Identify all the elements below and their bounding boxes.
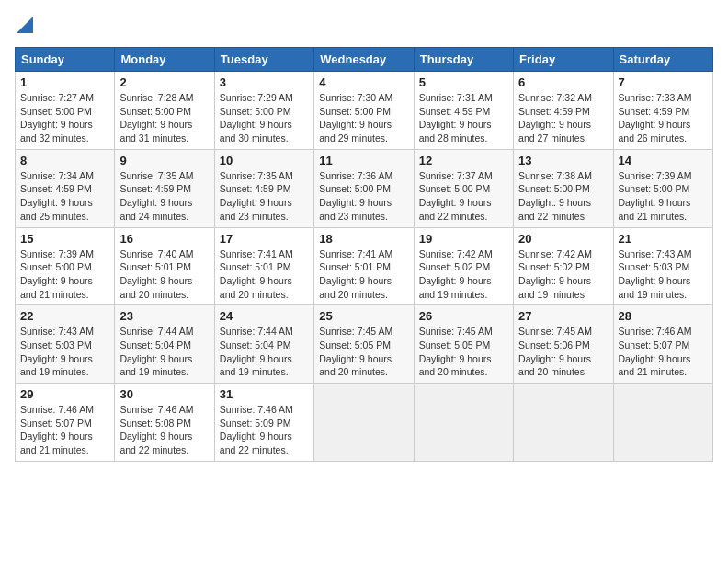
day-info: Sunrise: 7:44 AM Sunset: 5:04 PM Dayligh… — [220, 325, 309, 379]
day-number: 15 — [20, 232, 109, 246]
calendar-cell: 19 Sunrise: 7:42 AM Sunset: 5:02 PM Dayl… — [414, 227, 513, 305]
calendar-cell: 8 Sunrise: 7:34 AM Sunset: 4:59 PM Dayli… — [16, 149, 115, 227]
day-number: 19 — [419, 232, 508, 246]
day-info: Sunrise: 7:31 AM Sunset: 4:59 PM Dayligh… — [419, 91, 508, 145]
day-info: Sunrise: 7:44 AM Sunset: 5:04 PM Dayligh… — [119, 325, 209, 379]
day-number: 28 — [619, 309, 708, 323]
day-info: Sunrise: 7:34 AM Sunset: 4:59 PM Dayligh… — [20, 169, 109, 224]
day-number: 6 — [518, 75, 608, 89]
calendar-cell: 14 Sunrise: 7:39 AM Sunset: 5:00 PM Dayl… — [613, 149, 712, 227]
logo — [15, 15, 33, 36]
day-info: Sunrise: 7:32 AM Sunset: 4:59 PM Dayligh… — [518, 91, 608, 145]
day-number: 17 — [220, 232, 309, 246]
day-number: 11 — [319, 154, 408, 167]
day-info: Sunrise: 7:39 AM Sunset: 5:00 PM Dayligh… — [20, 247, 109, 302]
day-info: Sunrise: 7:30 AM Sunset: 5:00 PM Dayligh… — [319, 91, 408, 145]
calendar-cell: 17 Sunrise: 7:41 AM Sunset: 5:01 PM Dayl… — [214, 227, 313, 305]
calendar-header-thursday: Thursday — [414, 48, 513, 72]
calendar-cell: 4 Sunrise: 7:30 AM Sunset: 5:00 PM Dayli… — [314, 72, 414, 150]
calendar-header-sunday: Sunday — [16, 48, 115, 72]
day-number: 16 — [119, 232, 209, 246]
calendar-header-wednesday: Wednesday — [314, 48, 414, 72]
calendar-table: SundayMondayTuesdayWednesdayThursdayFrid… — [15, 47, 713, 462]
day-info: Sunrise: 7:27 AM Sunset: 5:00 PM Dayligh… — [20, 91, 109, 145]
day-info: Sunrise: 7:42 AM Sunset: 5:02 PM Dayligh… — [518, 247, 608, 302]
day-info: Sunrise: 7:39 AM Sunset: 5:00 PM Dayligh… — [619, 169, 708, 224]
calendar-cell: 27 Sunrise: 7:45 AM Sunset: 5:06 PM Dayl… — [514, 305, 613, 384]
calendar-cell — [414, 384, 513, 462]
calendar-cell: 21 Sunrise: 7:43 AM Sunset: 5:03 PM Dayl… — [613, 227, 712, 305]
calendar-cell: 12 Sunrise: 7:37 AM Sunset: 5:00 PM Dayl… — [414, 149, 513, 227]
day-info: Sunrise: 7:46 AM Sunset: 5:07 PM Dayligh… — [20, 403, 109, 457]
day-info: Sunrise: 7:35 AM Sunset: 4:59 PM Dayligh… — [220, 169, 309, 224]
day-number: 29 — [20, 387, 109, 401]
calendar-cell: 24 Sunrise: 7:44 AM Sunset: 5:04 PM Dayl… — [214, 305, 313, 384]
day-number: 14 — [619, 154, 708, 167]
calendar-header-monday: Monday — [115, 48, 214, 72]
calendar-cell: 20 Sunrise: 7:42 AM Sunset: 5:02 PM Dayl… — [514, 227, 613, 305]
calendar-cell: 6 Sunrise: 7:32 AM Sunset: 4:59 PM Dayli… — [514, 72, 613, 150]
day-number: 25 — [319, 309, 408, 323]
calendar-cell: 10 Sunrise: 7:35 AM Sunset: 4:59 PM Dayl… — [214, 149, 313, 227]
day-info: Sunrise: 7:43 AM Sunset: 5:03 PM Dayligh… — [619, 247, 708, 302]
calendar-cell: 16 Sunrise: 7:40 AM Sunset: 5:01 PM Dayl… — [115, 227, 214, 305]
logo-arrow-icon — [17, 17, 33, 33]
calendar-week-4: 22 Sunrise: 7:43 AM Sunset: 5:03 PM Dayl… — [16, 305, 713, 384]
day-number: 27 — [518, 309, 608, 323]
day-info: Sunrise: 7:45 AM Sunset: 5:05 PM Dayligh… — [419, 325, 508, 379]
day-info: Sunrise: 7:33 AM Sunset: 4:59 PM Dayligh… — [619, 91, 708, 145]
day-number: 31 — [220, 387, 309, 401]
svg-marker-0 — [17, 17, 33, 33]
calendar-cell: 29 Sunrise: 7:46 AM Sunset: 5:07 PM Dayl… — [16, 384, 115, 462]
calendar-cell: 28 Sunrise: 7:46 AM Sunset: 5:07 PM Dayl… — [613, 305, 712, 384]
day-number: 12 — [419, 154, 508, 167]
day-number: 10 — [220, 154, 309, 167]
day-info: Sunrise: 7:41 AM Sunset: 5:01 PM Dayligh… — [319, 247, 408, 302]
day-number: 8 — [20, 154, 109, 167]
calendar-cell: 2 Sunrise: 7:28 AM Sunset: 5:00 PM Dayli… — [115, 72, 214, 150]
calendar-cell: 31 Sunrise: 7:46 AM Sunset: 5:09 PM Dayl… — [214, 384, 313, 462]
calendar-cell: 7 Sunrise: 7:33 AM Sunset: 4:59 PM Dayli… — [613, 72, 712, 150]
day-info: Sunrise: 7:45 AM Sunset: 5:05 PM Dayligh… — [319, 325, 408, 379]
calendar-header-tuesday: Tuesday — [214, 48, 313, 72]
day-info: Sunrise: 7:43 AM Sunset: 5:03 PM Dayligh… — [20, 325, 109, 379]
day-number: 22 — [20, 309, 109, 323]
day-number: 13 — [518, 154, 608, 167]
day-info: Sunrise: 7:46 AM Sunset: 5:09 PM Dayligh… — [220, 403, 309, 457]
calendar-cell: 26 Sunrise: 7:45 AM Sunset: 5:05 PM Dayl… — [414, 305, 513, 384]
day-number: 24 — [220, 309, 309, 323]
calendar-cell: 1 Sunrise: 7:27 AM Sunset: 5:00 PM Dayli… — [16, 72, 115, 150]
day-info: Sunrise: 7:38 AM Sunset: 5:00 PM Dayligh… — [518, 169, 608, 224]
calendar-cell: 22 Sunrise: 7:43 AM Sunset: 5:03 PM Dayl… — [16, 305, 115, 384]
day-number: 4 — [319, 75, 408, 89]
day-info: Sunrise: 7:46 AM Sunset: 5:08 PM Dayligh… — [119, 403, 209, 457]
day-info: Sunrise: 7:37 AM Sunset: 5:00 PM Dayligh… — [419, 169, 508, 224]
calendar-cell — [314, 384, 414, 462]
day-number: 20 — [518, 232, 608, 246]
calendar-cell: 13 Sunrise: 7:38 AM Sunset: 5:00 PM Dayl… — [514, 149, 613, 227]
calendar-cell — [514, 384, 613, 462]
day-info: Sunrise: 7:28 AM Sunset: 5:00 PM Dayligh… — [119, 91, 209, 145]
day-info: Sunrise: 7:29 AM Sunset: 5:00 PM Dayligh… — [220, 91, 309, 145]
page-header — [15, 15, 713, 36]
day-number: 23 — [119, 309, 209, 323]
calendar-week-2: 8 Sunrise: 7:34 AM Sunset: 4:59 PM Dayli… — [16, 149, 713, 227]
calendar-cell: 25 Sunrise: 7:45 AM Sunset: 5:05 PM Dayl… — [314, 305, 414, 384]
calendar-cell: 3 Sunrise: 7:29 AM Sunset: 5:00 PM Dayli… — [214, 72, 313, 150]
day-info: Sunrise: 7:46 AM Sunset: 5:07 PM Dayligh… — [619, 325, 708, 379]
day-number: 18 — [319, 232, 408, 246]
day-number: 3 — [220, 75, 309, 89]
calendar-cell: 5 Sunrise: 7:31 AM Sunset: 4:59 PM Dayli… — [414, 72, 513, 150]
calendar-cell: 11 Sunrise: 7:36 AM Sunset: 5:00 PM Dayl… — [314, 149, 414, 227]
day-info: Sunrise: 7:45 AM Sunset: 5:06 PM Dayligh… — [518, 325, 608, 379]
calendar-cell — [613, 384, 712, 462]
day-number: 26 — [419, 309, 508, 323]
calendar-cell: 23 Sunrise: 7:44 AM Sunset: 5:04 PM Dayl… — [115, 305, 214, 384]
calendar-week-1: 1 Sunrise: 7:27 AM Sunset: 5:00 PM Dayli… — [16, 72, 713, 150]
day-number: 30 — [119, 387, 209, 401]
day-number: 9 — [119, 154, 209, 167]
day-number: 5 — [419, 75, 508, 89]
calendar-header-row: SundayMondayTuesdayWednesdayThursdayFrid… — [16, 48, 713, 72]
day-info: Sunrise: 7:41 AM Sunset: 5:01 PM Dayligh… — [220, 247, 309, 302]
day-number: 21 — [619, 232, 708, 246]
